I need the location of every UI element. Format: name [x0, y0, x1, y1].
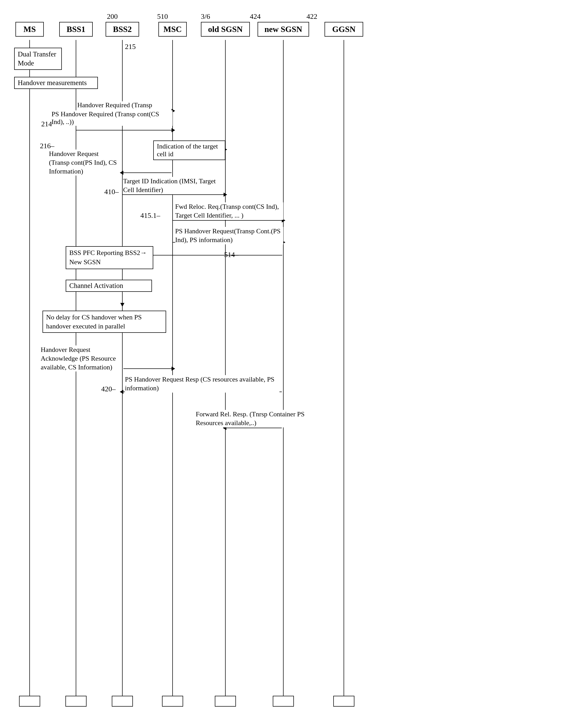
svg-rect-36 — [273, 696, 294, 706]
svg-rect-32 — [66, 696, 86, 706]
ps-handover-required-label: PS Handover Required (Transp cont(CS Ind… — [52, 110, 172, 126]
svg-rect-33 — [112, 696, 133, 706]
handover-request-label: Handover Request (Transp cont(PS Ind), C… — [49, 150, 118, 176]
channel-activation: Channel Activation — [66, 280, 152, 292]
num-420: 420– — [101, 385, 116, 393]
num-216: 216– — [40, 142, 54, 150]
svg-rect-37 — [334, 696, 354, 706]
forward-rel-resp-label: Forward Rel. Resp. (Tnrsp Container PS R… — [196, 410, 327, 427]
svg-marker-24 — [120, 303, 125, 307]
dual-transfer-mode: Dual Transfer Mode — [14, 48, 62, 70]
fwd-reloc-req-label: Fwd Reloc. Req.(Transp cont(CS Ind), Tar… — [175, 202, 283, 220]
svg-marker-10 — [171, 128, 175, 132]
num-410: 410– — [104, 188, 119, 196]
svg-marker-14 — [120, 171, 123, 175]
svg-marker-26 — [171, 367, 175, 371]
ps-handover-req-resp-label: PS Handover Request Resp (CS resources a… — [125, 375, 279, 393]
target-id-indication-label: Target ID Indication (IMSI, Target Cell … — [123, 177, 224, 194]
bss-pfc-reporting: BSS PFC Reporting BSS2→ New SGSN — [66, 246, 153, 269]
num-215: 215 — [125, 43, 136, 51]
sequence-diagram: 200 510 3/6 424 422 MS BSS1 BSS2 MSC old… — [0, 0, 579, 728]
svg-marker-28 — [120, 390, 123, 394]
num-415-1: 415.1– — [140, 211, 160, 219]
svg-rect-35 — [215, 696, 236, 706]
ps-handover-request-label: PS Handover Request(Transp Cont.(PS Ind)… — [175, 227, 283, 244]
no-delay-label: No delay for CS handover when PS handove… — [43, 311, 166, 333]
svg-rect-31 — [19, 696, 40, 706]
num-514: 514– — [224, 251, 239, 259]
handover-measurements: Handover measurements — [14, 77, 98, 89]
svg-rect-34 — [162, 696, 183, 706]
handover-req-ack-label: Handover Request Acknowledge (PS Resourc… — [41, 345, 120, 371]
indication-target-cell-id: Indication of the target cell id — [153, 140, 225, 160]
